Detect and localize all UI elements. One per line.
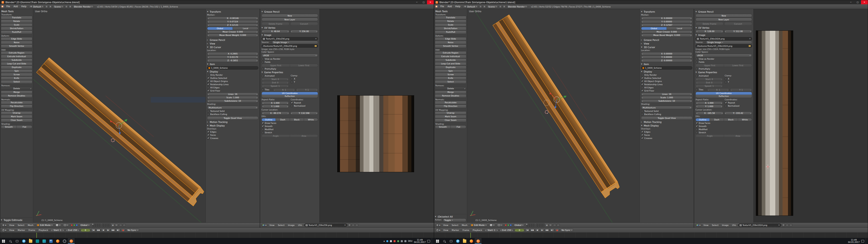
item-panel-header[interactable]: ▼Item xyxy=(207,62,258,66)
area-option[interactable]: Area xyxy=(290,134,318,138)
subdivide-button[interactable]: Subdivide xyxy=(1,59,32,62)
grease-pencil-panel-header[interactable]: ▸Grease Pencil xyxy=(207,38,258,42)
image-paint-button[interactable] xyxy=(789,224,792,226)
image-panel-header[interactable]: ▼Image xyxy=(261,33,318,37)
timeline-strip[interactable] xyxy=(434,233,868,238)
shade-flat-button[interactable]: Flat xyxy=(451,125,466,128)
taskbar-app-edge[interactable] xyxy=(20,238,27,244)
select-button[interactable]: Select xyxy=(435,80,466,84)
play-reverse-button[interactable]: ◀ xyxy=(535,228,539,232)
uv-image-viewport[interactable] xyxy=(319,9,434,222)
smooth-checkbox[interactable]: Smooth xyxy=(695,125,752,128)
flip-direction-button[interactable]: Flip Direction xyxy=(1,104,32,108)
only-render-checkbox[interactable]: Only Render xyxy=(641,73,692,77)
reflection-option[interactable]: Reflection xyxy=(695,95,752,98)
playback-menu[interactable]: Playback xyxy=(37,228,50,232)
black-option[interactable]: Black xyxy=(724,118,738,121)
lower-first-button[interactable]: Lower First xyxy=(724,64,752,67)
textured-solid-checkbox[interactable]: Textured Solid xyxy=(641,110,692,113)
anim-speed-field[interactable]: Speed: 1 xyxy=(261,85,289,88)
viewport-3d[interactable]: User Ortho (1) 1_0400_Schiene xyxy=(467,9,640,222)
grid-scale-field[interactable]: Scale: 1.000 xyxy=(207,96,258,99)
menu-help[interactable]: Help xyxy=(20,5,28,8)
display-panel-header[interactable]: ▼Display xyxy=(207,70,258,73)
uv-coordinates-option[interactable]: UV Coordinates xyxy=(261,92,318,95)
faces-checkbox[interactable]: Faces xyxy=(207,133,258,137)
view-menu[interactable]: View xyxy=(442,223,450,227)
clamp-x-checkbox[interactable]: X xyxy=(291,77,318,81)
recalculate-button[interactable]: Recalculate xyxy=(435,101,466,104)
toggle-quad-view-button[interactable]: Toggle Quad View xyxy=(641,116,692,120)
modified-checkbox[interactable]: Modified xyxy=(695,128,752,131)
close-button[interactable]: ✕ xyxy=(861,0,868,4)
relationship-lines-checkbox[interactable]: Relationship Lines xyxy=(641,83,692,86)
end-frame-field[interactable]: End: 250 xyxy=(499,228,514,232)
menu-add[interactable]: Add xyxy=(446,5,453,8)
action-center-icon[interactable] xyxy=(861,240,864,242)
jump-end-button[interactable]: ▶| xyxy=(116,228,120,232)
stretch-checkbox[interactable]: Stretch xyxy=(261,131,318,134)
creases-checkbox[interactable]: Creases xyxy=(207,137,258,140)
taskbar-app-firefox[interactable] xyxy=(54,238,61,244)
outline-selected-checkbox[interactable]: Outline Selected xyxy=(207,77,258,80)
animated-checkbox[interactable]: Animated xyxy=(261,74,289,78)
grid-subdivisions-field[interactable]: Subdivisions: 10 xyxy=(207,99,258,102)
translate-button[interactable]: Translate xyxy=(435,16,466,20)
edge-slide-button[interactable]: Edge Slide xyxy=(435,37,466,41)
minimize-button[interactable]: ─ xyxy=(413,0,420,4)
tiles-x-field[interactable]: X: 1 xyxy=(273,88,295,92)
object-name-field[interactable]: 1_0400_Schiene xyxy=(641,66,692,69)
jump-end-button[interactable]: ▶| xyxy=(550,228,554,232)
keyboard-language[interactable]: DEU xyxy=(408,240,412,242)
uvs-menu[interactable]: UVs xyxy=(731,223,737,227)
fields-checkbox[interactable]: Fields xyxy=(695,61,752,64)
image-datablock-field[interactable]: TexturV1_256x1024.png✕ xyxy=(695,37,752,40)
image-path-field[interactable]: //texturen/TexturV1_256x1024.png xyxy=(695,44,752,48)
clamp-y-checkbox[interactable]: Y xyxy=(291,81,318,84)
layout-selector[interactable]: Default▾ xyxy=(29,5,44,8)
spin-button[interactable]: Spin xyxy=(1,69,32,73)
subdivide-button[interactable]: Subdivide xyxy=(435,59,466,62)
taskbar-app-edge[interactable] xyxy=(454,238,461,244)
operator-title[interactable]: Toggle Editmode xyxy=(4,219,22,221)
uv-vertex-y-field[interactable]: Y: 512.00 xyxy=(724,30,752,33)
median-z-field[interactable]: Z: 0.12131 xyxy=(207,24,258,27)
item-panel-header[interactable]: ▼Item xyxy=(641,62,692,66)
premultiply-checkbox[interactable]: Premultiply xyxy=(695,67,752,70)
grease-pencil-panel-header[interactable]: ▼Grease Pencil xyxy=(261,10,318,13)
outline-option[interactable]: Outline xyxy=(695,118,710,121)
uv-vertex-panel-header[interactable]: ▼UV Vertex xyxy=(695,26,752,30)
shrink-fatten-button[interactable]: Shrink/Fatten xyxy=(1,27,32,30)
search-button[interactable] xyxy=(441,238,447,244)
taskbar-app-store[interactable] xyxy=(34,238,41,244)
convert-button[interactable]: Convert xyxy=(290,22,318,26)
jump-start-button[interactable]: |◀ xyxy=(91,228,95,232)
extrude-region-button[interactable]: Extrude Region xyxy=(435,51,466,55)
convert-button[interactable]: Convert xyxy=(724,22,752,26)
color-space-dropdown[interactable]: sRGB▾ xyxy=(261,54,318,57)
pin-image-button[interactable] xyxy=(352,224,355,226)
layout-selector[interactable]: Default▾ xyxy=(463,5,478,8)
anim-start-field[interactable]: Start: 0 xyxy=(695,78,723,81)
cursor-2d-x-field[interactable]: X: -165.58 xyxy=(695,112,723,115)
anim-start-field[interactable]: Start: 0 xyxy=(261,78,289,81)
play-reverse-button[interactable]: ◀ xyxy=(101,228,105,232)
rotate-manipulator-icon[interactable] xyxy=(507,224,509,226)
play-button[interactable]: ▶ xyxy=(540,228,544,232)
view-menu[interactable]: View xyxy=(702,223,710,227)
grease-new-button[interactable]: New xyxy=(261,14,318,18)
repeat-checkbox[interactable]: Repeat xyxy=(725,101,752,104)
unlink-image-button[interactable]: ✕ xyxy=(778,224,780,226)
remove-doubles-button[interactable]: Remove Doubles xyxy=(435,94,466,98)
local-button[interactable]: Local xyxy=(667,27,692,30)
view-menu[interactable]: View xyxy=(268,223,276,227)
browse-folder-icon[interactable] xyxy=(315,45,317,47)
faces-checkbox[interactable]: Faces xyxy=(641,133,692,137)
next-keyframe-button[interactable]: ▶▶ xyxy=(545,228,549,232)
pin-image-button[interactable] xyxy=(786,224,789,226)
mean-crease-field[interactable]: Mean Crease: 0.000 xyxy=(641,30,692,33)
cursor-y-field[interactable]: Y: 0.01170 xyxy=(207,56,258,59)
pivot-dropdown[interactable]: ▾ xyxy=(62,223,69,227)
current-frame-field[interactable]: 0 xyxy=(515,228,524,232)
end-frame-field[interactable]: End: 250 xyxy=(65,228,80,232)
